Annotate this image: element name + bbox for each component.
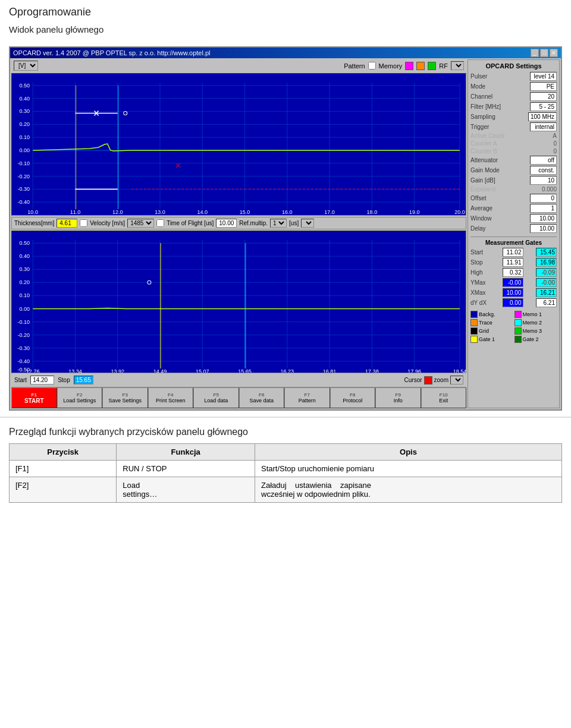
pulser-value: level 14	[530, 72, 557, 81]
ref-label: Ref.multip.	[239, 220, 268, 226]
f7-pattern-button[interactable]: F7 Pattern	[284, 387, 330, 408]
col-header-opis: Opis	[255, 444, 562, 461]
right-panel: OPCARD Settings Pulser level 14 Mode PE …	[468, 59, 560, 408]
svg-text:12.0: 12.0	[112, 209, 123, 215]
f10-exit-button[interactable]: F10 Exit	[421, 387, 467, 408]
setting-window: Window 10.00	[470, 214, 557, 223]
setting-channel: Channel 20	[470, 92, 557, 101]
legend-memo3-color	[514, 327, 522, 335]
svg-text:18.54: 18.54	[453, 368, 466, 373]
mode-label: Mode	[470, 83, 485, 90]
row-f2-key: [F2]	[10, 477, 117, 503]
f8-protocol-button[interactable]: F8 Protocol	[330, 387, 376, 408]
gain-mode-value: const.	[530, 166, 557, 175]
velocity-dropdown[interactable]: 1485	[127, 219, 154, 228]
legend-grid-color	[470, 327, 478, 335]
meas-ymax-label: YMax	[470, 279, 490, 286]
sampling-value: 100 MHz	[528, 112, 557, 121]
svg-text:0.10: 0.10	[20, 292, 30, 298]
gain-db-label: Gain [dB]	[470, 177, 495, 184]
us-dropdown[interactable]	[301, 219, 314, 228]
velocity-checkbox[interactable]	[156, 219, 164, 227]
f6-save-data-button[interactable]: F6 Save data	[239, 387, 285, 408]
svg-text:16.23: 16.23	[281, 368, 294, 373]
svg-text:0.20: 0.20	[20, 121, 30, 127]
svg-text:0.10: 0.10	[20, 134, 30, 140]
offset-label: Offset	[470, 195, 487, 201]
legend-memo1-color	[514, 311, 522, 318]
legend-trace-label: Trace	[479, 320, 492, 326]
svg-text:-0.40: -0.40	[18, 199, 30, 205]
f2-label: Load Settings	[63, 398, 96, 404]
delay-value: 10.00	[530, 224, 557, 233]
meas-high-label: High	[470, 269, 490, 276]
svg-text:0.30: 0.30	[20, 266, 30, 272]
svg-text:0.40: 0.40	[20, 253, 30, 259]
memory-color-1	[405, 62, 413, 70]
f1-label: START	[24, 398, 44, 404]
setting-attenuator: Attenuator off	[470, 156, 557, 165]
legend-gate1-color	[470, 336, 478, 343]
meas-stop-label: Stop	[470, 259, 490, 266]
thickness-label: Thickness[mm]	[14, 220, 54, 226]
legend-gate1: Gate 1	[470, 336, 513, 343]
bottom-section-header: Przegląd funkcji wybranych przycisków pa…	[0, 417, 571, 443]
pattern-checkbox[interactable]	[368, 62, 376, 70]
setting-gain-mode: Gain Mode const.	[470, 166, 557, 175]
f1-start-button[interactable]: F1 START	[11, 387, 57, 408]
trigger-value: internal	[530, 122, 557, 131]
sampling-label: Sampling	[470, 114, 495, 120]
f5-load-data-button[interactable]: F5 Load data	[193, 387, 239, 408]
svg-text:13.0: 13.0	[155, 209, 165, 215]
maximize-button[interactable]: □	[540, 49, 548, 57]
rf-dropdown[interactable]	[451, 61, 464, 70]
close-button[interactable]: ✕	[550, 49, 558, 57]
meas-stop-val2: 16.98	[536, 258, 557, 267]
channel-label: Channel	[470, 93, 492, 100]
legend-memo2-label: Memo 2	[523, 320, 542, 326]
legend-memo2: Memo 2	[514, 319, 557, 326]
table-row: [F2] Loadsettings… Załaduj ustawienia za…	[10, 477, 562, 503]
row-f2-desc: Załaduj ustawienia zapisanewcześniej w o…	[255, 477, 562, 503]
legend-backg-color	[470, 311, 478, 318]
svg-text:-0.40: -0.40	[18, 358, 30, 364]
legend-memo3: Memo 3	[514, 327, 557, 335]
f9-info-button[interactable]: F9 Info	[375, 387, 421, 408]
thickness-bar: Thickness[mm] 4.61 Velocity [m/s] 1485 T…	[11, 217, 466, 229]
svg-text:13.92: 13.92	[111, 368, 124, 373]
svg-text:13.34: 13.34	[68, 368, 82, 373]
meas-high-val2: -0.09	[536, 268, 557, 277]
velocity-label: Velocity [m/s]	[90, 220, 125, 226]
ref-dropdown[interactable]: 1	[270, 219, 287, 228]
legend-grid: Grid	[470, 327, 513, 335]
view-dropdown[interactable]: [V]	[14, 61, 38, 71]
zoom-label: zoom	[434, 377, 448, 383]
legend-memo1: Memo 1	[514, 311, 557, 318]
svg-text:-0.10: -0.10	[18, 160, 30, 166]
f2-load-settings-button[interactable]: F2 Load Settings	[57, 387, 103, 408]
start-input[interactable]	[30, 376, 54, 385]
settings-title: OPCARD Settings	[470, 62, 557, 70]
row-f1-key: [F1]	[10, 461, 117, 477]
f9-key-label: F9	[396, 392, 401, 398]
row-f1-func: RUN / STOP	[117, 461, 255, 477]
cursor-label: Cursor zoom	[404, 376, 463, 385]
counter-b-label: Counter B	[470, 148, 497, 155]
legend-backg: Backg.	[470, 311, 513, 318]
f3-save-settings-button[interactable]: F3 Save Settings	[102, 387, 148, 408]
pulser-label: Pulser	[470, 73, 487, 80]
rf-label: RF	[439, 62, 448, 70]
svg-text:16.81: 16.81	[323, 368, 337, 373]
f8-label: Protocol	[343, 398, 362, 404]
svg-text:-0.30: -0.30	[18, 345, 30, 351]
zoom-dropdown[interactable]	[450, 376, 463, 385]
row-f2-func: Loadsettings…	[117, 477, 255, 503]
meas-xmax-label: XMax	[470, 289, 490, 296]
minimize-button[interactable]: _	[531, 49, 539, 57]
f4-print-screen-button[interactable]: F4 Print Screen	[148, 387, 194, 408]
row-f1-desc: Start/Stop uruchomienie pomiaru	[255, 461, 562, 477]
table-row: [F1] RUN / STOP Start/Stop uruchomienie …	[10, 461, 562, 477]
thickness-checkbox[interactable]	[80, 219, 87, 227]
filter-label: Filter [MHz]	[470, 103, 501, 110]
svg-text:18.0: 18.0	[367, 209, 378, 215]
